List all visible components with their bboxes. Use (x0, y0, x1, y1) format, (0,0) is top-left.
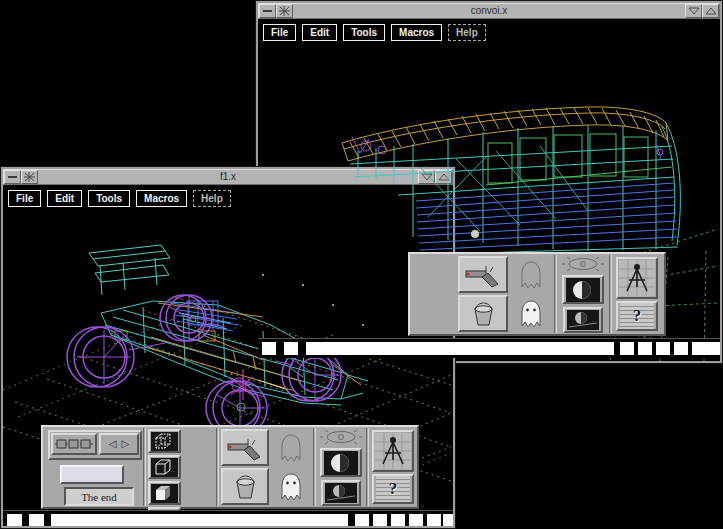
scene-icon (325, 483, 357, 503)
train-roof (342, 107, 668, 161)
camera-help-panel: ? (370, 428, 416, 506)
ghost-button[interactable] (279, 471, 303, 503)
drill-icon (463, 262, 503, 288)
frame-marker[interactable] (306, 342, 320, 355)
ghost-outline-button[interactable] (519, 259, 543, 291)
divider (216, 428, 219, 506)
drill-tool-button[interactable] (458, 256, 508, 293)
ghost-button[interactable] (519, 298, 543, 330)
frame-sequence-button[interactable] (51, 433, 97, 455)
help-button[interactable]: ? (372, 474, 414, 504)
frame-marker[interactable] (7, 514, 22, 526)
wire-cube-icon (152, 458, 176, 476)
menu-help[interactable]: Help (448, 24, 486, 41)
timeline-strip-convoi (258, 338, 720, 358)
menu-file[interactable]: File (263, 24, 296, 41)
frame-marker[interactable] (443, 514, 453, 526)
menu-help[interactable]: Help (193, 190, 231, 207)
shaded-sphere-button[interactable] (320, 448, 362, 478)
camera-tripod-button[interactable] (616, 257, 658, 299)
help-button[interactable]: ? (616, 301, 658, 331)
hatch-icon (24, 172, 35, 182)
maximize-button[interactable] (702, 4, 719, 18)
divider (143, 428, 146, 506)
drill-tool-button[interactable] (221, 429, 269, 466)
triangle-up-icon (705, 6, 717, 16)
render-panel (317, 428, 365, 506)
frame-marker[interactable] (620, 342, 634, 355)
frame-marker[interactable] (427, 514, 441, 526)
bucket-tool-button[interactable] (458, 295, 508, 332)
toolbar-f1: ◁ ▷ The end (41, 425, 419, 509)
frame-marker[interactable] (29, 514, 44, 526)
iconify-button[interactable] (4, 170, 21, 184)
timeline-bar[interactable] (65, 514, 348, 526)
frame-marker[interactable] (391, 514, 405, 526)
frame-marker[interactable] (409, 514, 423, 526)
divider (554, 255, 557, 333)
drill-icon (225, 435, 265, 461)
bucket-icon (469, 299, 497, 329)
solid-cube-button[interactable] (148, 481, 181, 505)
progress-gauge[interactable] (60, 465, 124, 484)
pick-tools-panel (220, 428, 270, 506)
menu-edit[interactable]: Edit (47, 190, 82, 207)
rear-wing (89, 245, 170, 295)
timeline-bar[interactable] (320, 342, 614, 355)
view-mode-panel (147, 428, 216, 506)
dashed-cube-icon (152, 432, 176, 450)
solid-cube-icon (152, 484, 176, 502)
ghost-panel (509, 255, 553, 333)
toolbar-spacer (411, 255, 457, 333)
pick-tools-panel (457, 255, 509, 333)
window-title: convoi.x (293, 4, 685, 18)
frame-marker[interactable] (284, 342, 298, 355)
frame-marker[interactable] (51, 514, 66, 526)
shade-button[interactable] (685, 4, 702, 18)
shaded-sphere-button[interactable] (562, 275, 604, 305)
frame-marker[interactable] (674, 342, 688, 355)
step-arrows-button[interactable]: ◁ ▷ (99, 433, 139, 455)
frame-marker[interactable] (355, 514, 369, 526)
menu-tools[interactable]: Tools (343, 24, 385, 41)
titlebar-convoi[interactable]: convoi.x (258, 3, 720, 19)
question-mark: ? (389, 479, 398, 499)
camera-help-panel: ? (613, 255, 661, 333)
menu-file[interactable]: File (8, 190, 41, 207)
frame-marker[interactable] (692, 342, 706, 355)
prev-arrow: ◁ (109, 439, 117, 449)
iconify-button[interactable] (259, 4, 276, 18)
render-scene-button[interactable] (563, 307, 603, 333)
dash-icon (263, 10, 272, 12)
train-windows (486, 134, 672, 185)
frame-marker[interactable] (262, 342, 276, 355)
eye-icon (320, 430, 362, 445)
frame-marker[interactable] (638, 342, 652, 355)
render-scene-button[interactable] (321, 480, 361, 506)
dash-icon (8, 176, 17, 178)
camera-tripod-icon (375, 433, 411, 469)
frame-marker[interactable] (373, 514, 387, 526)
menu-edit[interactable]: Edit (302, 24, 337, 41)
menu-tools[interactable]: Tools (88, 190, 130, 207)
divider (313, 428, 316, 506)
wireframe-cube-button[interactable] (148, 455, 181, 479)
sphere-icon (324, 451, 358, 475)
menubar-convoi: File Edit Tools Macros Help (263, 24, 486, 41)
window-menu-button[interactable] (276, 4, 293, 18)
frame-marker[interactable] (706, 342, 720, 355)
menu-macros[interactable]: Macros (136, 190, 187, 207)
divider (366, 428, 369, 506)
scene-icon (567, 310, 599, 330)
camera-tripod-button[interactable] (372, 430, 414, 472)
wireframe-dashed-cube-button[interactable] (148, 429, 181, 453)
next-arrow: ▷ (122, 439, 130, 449)
render-panel (558, 255, 608, 333)
ghost-outline-button[interactable] (279, 432, 303, 464)
frame-marker[interactable] (656, 342, 670, 355)
triangle-down-icon (688, 6, 700, 16)
window-menu-button[interactable] (21, 170, 38, 184)
camera-tripod-icon (619, 260, 655, 296)
menu-macros[interactable]: Macros (391, 24, 442, 41)
bucket-tool-button[interactable] (221, 468, 269, 505)
